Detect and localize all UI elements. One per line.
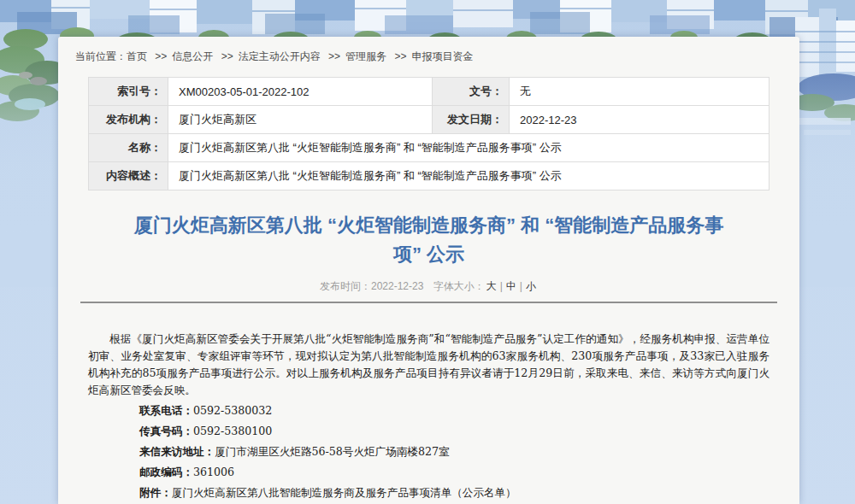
publisher-value: 厦门火炬高新区	[168, 106, 433, 134]
page-title: 厦门火炬高新区第八批 “火炬智能制造服务商” 和 “智能制造产品服务事项” 公示	[124, 211, 734, 269]
doc-number-label: 文号：	[433, 78, 510, 106]
issue-date-value: 2022-12-23	[510, 106, 770, 134]
breadcrumb-label: 当前位置：	[75, 50, 127, 62]
content-panel: 当前位置：首页 >>信息公开 >>法定主动公开内容 >>管理服务 >>申报项目资…	[58, 37, 799, 504]
attachment-link[interactable]: 厦门火炬高新区第八批智能制造服务商及服务产品事项清单（公示名单）	[172, 486, 516, 499]
summary-value: 厦门火炬高新区第八批 “火炬智能制造服务商” 和 “智能制造产品服务事项” 公示	[168, 162, 770, 190]
index-number-value: XM00203-05-01-2022-102	[168, 78, 433, 106]
attachment-label: 附件：	[139, 486, 172, 499]
announcement-paragraph: 根据《厦门火炬高新区管委会关于开展第八批“火炬智能制造服务商”和“智能制造产品服…	[88, 331, 770, 399]
font-size-medium-button[interactable]: 中	[506, 280, 516, 292]
publish-time-value: 2022-12-23	[371, 280, 423, 292]
publish-info-row: 发布时间：2022-12-23 字体大小：大|中|小	[88, 279, 770, 293]
font-size-label: 字体大小：	[433, 280, 485, 292]
contact-fax-row: 传真号码：0592-5380100	[139, 423, 770, 440]
publish-time-label: 发布时间：	[320, 280, 371, 292]
breadcrumb-item-statutory-disclosure[interactable]: 法定主动公开内容	[239, 50, 321, 62]
font-size-large-button[interactable]: 大	[486, 280, 497, 292]
phone-label: 联系电话：	[139, 404, 193, 417]
doc-name-label: 名称：	[89, 134, 168, 162]
table-row: 发布机构： 厦门火炬高新区 发文日期： 2022-12-23	[89, 106, 770, 134]
breadcrumb-item-project-funding[interactable]: 申报项目资金	[411, 50, 473, 62]
breadcrumb-separator: >>	[394, 50, 406, 62]
contact-phone-row: 联系电话：0592-5380032	[139, 402, 770, 419]
table-row: 索引号： XM00203-05-01-2022-102 文号： 无	[89, 78, 770, 106]
title-divider	[80, 302, 777, 303]
doc-name-value: 厦门火炬高新区第八批 “火炬智能制造服务商” 和 “智能制造产品服务事项” 公示	[168, 134, 770, 162]
publisher-label: 发布机构：	[89, 106, 168, 134]
breadcrumb-separator: >>	[328, 50, 340, 62]
document-meta-table: 索引号： XM00203-05-01-2022-102 文号： 无 发布机构： …	[88, 77, 770, 190]
postcode-value: 361006	[193, 466, 234, 478]
postcode-label: 邮政编码：	[139, 466, 193, 478]
fax-label: 传真号码：	[139, 425, 193, 437]
contact-address-row: 来信来访地址：厦门市湖里区火炬路56-58号火炬广场南楼827室	[139, 443, 770, 460]
contact-postcode-row: 邮政编码：361006	[139, 464, 770, 481]
phone-value: 0592-5380032	[193, 404, 272, 417]
doc-number-value: 无	[510, 78, 770, 106]
breadcrumb-item-home[interactable]: 首页	[127, 50, 147, 62]
breadcrumb-separator: >>	[221, 50, 233, 62]
font-size-separator: |	[500, 280, 503, 292]
breadcrumb-item-info-disclosure[interactable]: 信息公开	[172, 50, 213, 62]
fax-value: 0592-5380100	[193, 425, 272, 437]
index-number-label: 索引号：	[89, 78, 168, 106]
breadcrumb: 当前位置：首页 >>信息公开 >>法定主动公开内容 >>管理服务 >>申报项目资…	[58, 37, 799, 77]
address-label: 来信来访地址：	[139, 445, 215, 458]
font-size-separator: |	[520, 280, 522, 292]
issue-date-label: 发文日期：	[433, 106, 510, 134]
summary-label: 内容概述：	[89, 162, 168, 190]
table-row: 内容概述： 厦门火炬高新区第八批 “火炬智能制造服务商” 和 “智能制造产品服务…	[89, 162, 770, 190]
breadcrumb-item-management-services[interactable]: 管理服务	[345, 50, 386, 62]
breadcrumb-separator: >>	[155, 50, 167, 62]
article-body: 根据《厦门火炬高新区管委会关于开展第八批“火炬智能制造服务商”和“智能制造产品服…	[88, 331, 770, 504]
font-size-small-button[interactable]: 小	[526, 280, 536, 292]
table-row: 名称： 厦门火炬高新区第八批 “火炬智能制造服务商” 和 “智能制造产品服务事项…	[89, 134, 770, 162]
address-value: 厦门市湖里区火炬路56-58号火炬广场南楼827室	[215, 445, 449, 458]
attachment-row: 附件：厦门火炬高新区第八批智能制造服务商及服务产品事项清单（公示名单）	[139, 484, 770, 501]
